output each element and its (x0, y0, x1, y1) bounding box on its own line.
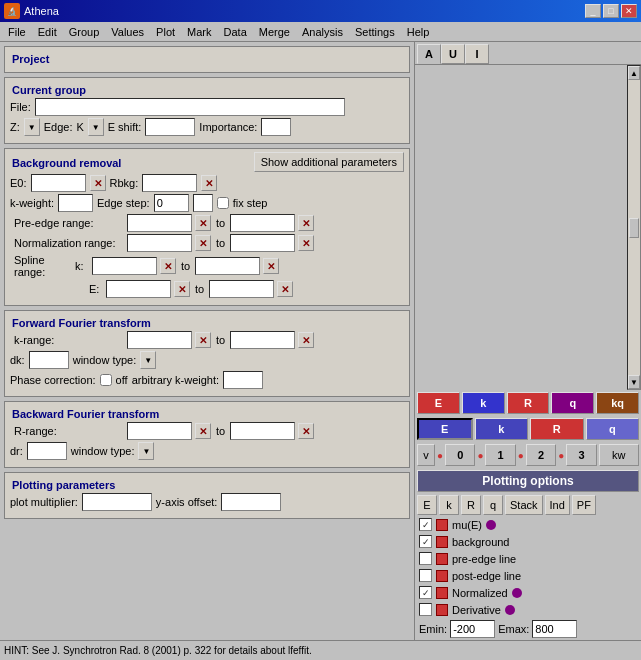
num-0-btn[interactable]: 0 (445, 444, 475, 466)
edge-dropdown[interactable]: ▼ (88, 118, 104, 136)
edgestep-input[interactable] (154, 194, 189, 212)
menu-plot[interactable]: Plot (150, 24, 181, 40)
phase-off-checkbox[interactable] (100, 374, 112, 386)
fixstep-checkbox[interactable] (217, 197, 229, 209)
rbkg-input[interactable] (142, 174, 197, 192)
menu-help[interactable]: Help (401, 24, 436, 40)
q-btn-1[interactable]: q (551, 392, 594, 414)
emin-input[interactable] (450, 620, 495, 638)
tab-u[interactable]: U (441, 44, 465, 64)
dk-input[interactable] (29, 351, 69, 369)
postedgeline-checkbox[interactable] (419, 569, 432, 582)
subtab-pf[interactable]: PF (572, 495, 596, 515)
krange-from-input[interactable] (127, 331, 192, 349)
menu-file[interactable]: File (2, 24, 32, 40)
kq-btn[interactable]: kq (596, 392, 639, 414)
e-btn-1[interactable]: E (417, 392, 460, 414)
mue-checkbox[interactable]: ✓ (419, 518, 432, 531)
preedgeline-checkbox[interactable] (419, 552, 432, 565)
normalized-checkbox[interactable]: ✓ (419, 586, 432, 599)
preedge-to-input[interactable] (230, 214, 295, 232)
tab-a[interactable]: A (417, 44, 441, 64)
spline-e-from-clear[interactable]: ✕ (174, 281, 190, 297)
background-checkbox[interactable]: ✓ (419, 535, 432, 548)
emax-input[interactable] (532, 620, 577, 638)
spline-e-to-clear[interactable]: ✕ (277, 281, 293, 297)
rrange-from-clear[interactable]: ✕ (195, 423, 211, 439)
r-btn-1[interactable]: R (507, 392, 550, 414)
scroll-up-btn[interactable]: ▲ (628, 66, 640, 80)
mult-input[interactable] (82, 493, 152, 511)
rrange-to-clear[interactable]: ✕ (298, 423, 314, 439)
eshift-input[interactable] (145, 118, 195, 136)
subtab-q[interactable]: q (483, 495, 503, 515)
preedgeline-label: pre-edge line (452, 553, 516, 565)
preedge-from-clear[interactable]: ✕ (195, 215, 211, 231)
normrange-from-input[interactable] (127, 234, 192, 252)
e0-clear-btn[interactable]: ✕ (90, 175, 106, 191)
windowtype-dropdown[interactable]: ▼ (140, 351, 156, 369)
kw-btn[interactable]: kw (599, 444, 639, 466)
subtab-e[interactable]: E (417, 495, 437, 515)
preedge-from-input[interactable] (127, 214, 192, 232)
menu-merge[interactable]: Merge (253, 24, 296, 40)
maximize-button[interactable]: □ (603, 4, 619, 18)
krange-to-input[interactable] (230, 331, 295, 349)
derivative-checkbox[interactable] (419, 603, 432, 616)
menu-mark[interactable]: Mark (181, 24, 217, 40)
e0-input[interactable] (31, 174, 86, 192)
e-btn-2[interactable]: E (417, 418, 473, 440)
edgestep-input2[interactable] (193, 194, 213, 212)
spline-k-to-input[interactable] (195, 257, 260, 275)
rrange-to-input[interactable] (230, 422, 295, 440)
rbkg-clear-btn[interactable]: ✕ (201, 175, 217, 191)
normrange-to-clear[interactable]: ✕ (298, 235, 314, 251)
tab-i[interactable]: I (465, 44, 489, 64)
subtab-r[interactable]: R (461, 495, 481, 515)
spline-k-from-clear[interactable]: ✕ (160, 258, 176, 274)
q-btn-2[interactable]: q (586, 418, 640, 440)
bw-windowtype-dropdown[interactable]: ▼ (138, 442, 154, 460)
preedge-to-clear[interactable]: ✕ (298, 215, 314, 231)
menu-group[interactable]: Group (63, 24, 106, 40)
k-btn-1[interactable]: k (462, 392, 505, 414)
normrange-to-input[interactable] (230, 234, 295, 252)
menu-analysis[interactable]: Analysis (296, 24, 349, 40)
z-dropdown[interactable]: ▼ (24, 118, 40, 136)
spline-e-from-input[interactable] (106, 280, 171, 298)
plotting-options-btn[interactable]: Plotting options (417, 470, 639, 492)
krange-to-clear[interactable]: ✕ (298, 332, 314, 348)
menu-data[interactable]: Data (218, 24, 253, 40)
importance-input[interactable] (261, 118, 291, 136)
subtab-ind[interactable]: Ind (545, 495, 570, 515)
arbkweight-input[interactable] (223, 371, 263, 389)
scrollbar[interactable]: ▲ ▼ (627, 65, 641, 390)
close-button[interactable]: ✕ (621, 4, 637, 18)
subtab-k[interactable]: k (439, 495, 459, 515)
menu-edit[interactable]: Edit (32, 24, 63, 40)
spline-e-label: E: (89, 283, 103, 295)
minimize-button[interactable]: _ (585, 4, 601, 18)
spline-k-to-clear[interactable]: ✕ (263, 258, 279, 274)
menu-values[interactable]: Values (105, 24, 150, 40)
scroll-thumb[interactable] (629, 218, 639, 238)
kweight-input[interactable] (58, 194, 93, 212)
spline-k-from-input[interactable] (92, 257, 157, 275)
show-additional-btn[interactable]: Show additional parameters (254, 152, 404, 172)
num-1-btn[interactable]: 1 (485, 444, 515, 466)
dr-input[interactable] (27, 442, 67, 460)
subtab-stack[interactable]: Stack (505, 495, 543, 515)
rrange-from-input[interactable] (127, 422, 192, 440)
k-btn-2[interactable]: k (475, 418, 529, 440)
file-input[interactable] (35, 98, 345, 116)
v-btn[interactable]: v (417, 444, 435, 466)
r-btn-2[interactable]: R (530, 418, 584, 440)
normrange-from-clear[interactable]: ✕ (195, 235, 211, 251)
spline-e-to-input[interactable] (209, 280, 274, 298)
num-2-btn[interactable]: 2 (526, 444, 556, 466)
offset-input[interactable] (221, 493, 281, 511)
krange-from-clear[interactable]: ✕ (195, 332, 211, 348)
menu-settings[interactable]: Settings (349, 24, 401, 40)
num-3-btn[interactable]: 3 (566, 444, 596, 466)
scroll-down-btn[interactable]: ▼ (628, 375, 640, 389)
